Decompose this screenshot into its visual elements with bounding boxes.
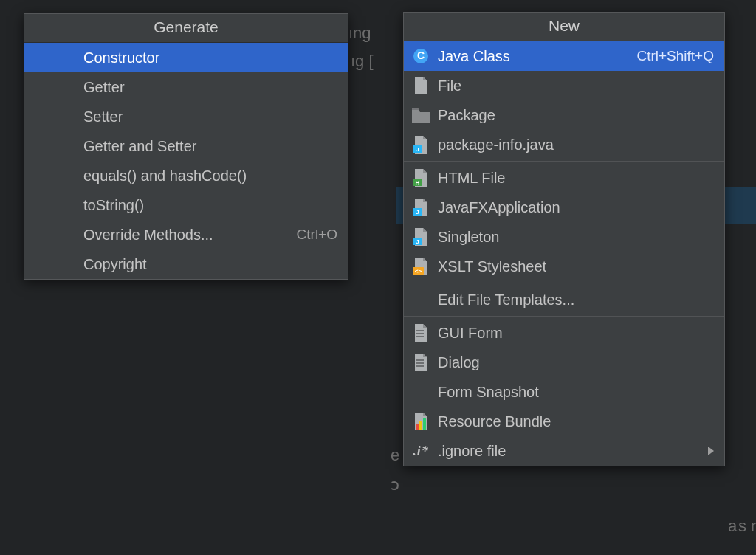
new-item[interactable]: CJava ClassCtrl+Shift+Q xyxy=(404,41,724,71)
new-item[interactable]: .i*.ignore file xyxy=(404,436,724,466)
svg-rect-17 xyxy=(416,365,424,367)
generate-item[interactable]: Getter and Setter xyxy=(24,131,348,161)
new-item[interactable]: GUI Form xyxy=(404,316,724,348)
menu-item-label: Setter xyxy=(83,108,337,125)
menu-item-shortcut: Ctrl+O xyxy=(297,227,337,243)
icon-placeholder xyxy=(411,290,430,309)
menu-item-label: GUI Form xyxy=(438,325,714,342)
menu-item-label: Override Methods... xyxy=(83,227,276,244)
new-item[interactable]: HHTML File xyxy=(404,161,724,193)
svg-text:H: H xyxy=(416,179,420,186)
svg-text:J: J xyxy=(416,238,419,245)
generate-item[interactable]: Setter xyxy=(24,102,348,131)
icon-placeholder xyxy=(32,225,76,244)
file-j-icon: J xyxy=(411,198,430,217)
new-item[interactable]: File xyxy=(404,71,724,100)
svg-text:<>: <> xyxy=(415,268,422,275)
icon-placeholder xyxy=(32,48,76,67)
folder-icon xyxy=(411,106,430,125)
icon-placeholder xyxy=(411,382,430,401)
icon-placeholder xyxy=(32,166,76,185)
new-item[interactable]: <>XSLT Stylesheet xyxy=(404,252,724,281)
menu-item-label: equals() and hashCode() xyxy=(83,168,337,185)
menu-item-label: Package xyxy=(438,107,714,124)
new-item[interactable]: JSingleton xyxy=(404,222,724,252)
file-icon xyxy=(411,76,430,95)
new-item[interactable]: Form Snapshot xyxy=(404,377,724,407)
generate-title: Generate xyxy=(24,14,348,43)
file-j-icon: J xyxy=(411,135,430,154)
new-item[interactable]: Edit File Templates... xyxy=(404,283,724,314)
generate-item[interactable]: equals() and hashCode() xyxy=(24,161,348,190)
svg-rect-18 xyxy=(416,424,419,430)
generate-item[interactable]: Constructor xyxy=(24,43,348,72)
svg-rect-19 xyxy=(419,421,422,430)
menu-item-label: JavaFXApplication xyxy=(438,199,714,216)
menu-item-label: Getter and Setter xyxy=(83,138,337,155)
menu-item-shortcut: Ctrl+Shift+Q xyxy=(636,48,714,64)
svg-text:J: J xyxy=(416,146,419,153)
menu-item-label: package-info.java xyxy=(438,137,714,154)
bg-text: s n xyxy=(738,517,756,536)
menu-item-label: HTML File xyxy=(438,170,714,187)
menu-item-label: Java Class xyxy=(438,48,616,65)
bg-text: e xyxy=(391,446,399,465)
svg-rect-12 xyxy=(416,330,424,331)
bg-text: ɔ xyxy=(391,475,399,494)
menu-item-label: Resource Bundle xyxy=(438,413,714,430)
svg-rect-20 xyxy=(423,418,426,430)
bg-text: ıng xyxy=(348,24,371,43)
bg-text: ıg [ xyxy=(351,52,374,71)
icon-placeholder xyxy=(32,196,76,215)
bundle-icon xyxy=(411,412,430,431)
new-item[interactable]: Resource Bundle xyxy=(404,407,724,436)
menu-item-label: toString() xyxy=(83,197,337,214)
bg-text: a xyxy=(728,517,737,536)
generate-popup: Generate ConstructorGetterSetterGetter a… xyxy=(24,13,348,280)
menu-item-label: Dialog xyxy=(438,354,714,371)
menu-item-label: .ignore file xyxy=(438,443,693,460)
svg-rect-16 xyxy=(416,362,424,364)
new-item[interactable]: Dialog xyxy=(404,348,724,377)
menu-item-label: Singleton xyxy=(438,229,714,246)
new-popup: New CJava ClassCtrl+Shift+QFilePackageJp… xyxy=(403,12,725,466)
file-x-icon: <> xyxy=(411,257,430,276)
svg-text:J: J xyxy=(416,209,419,216)
new-title: New xyxy=(404,13,724,41)
new-item[interactable]: JJavaFXApplication xyxy=(404,193,724,222)
menu-item-label: Edit File Templates... xyxy=(438,292,714,308)
file-g-icon xyxy=(411,323,430,342)
svg-rect-15 xyxy=(416,359,424,361)
svg-rect-14 xyxy=(416,336,424,337)
generate-item[interactable]: Copyright xyxy=(24,249,348,279)
svg-rect-13 xyxy=(416,333,424,334)
icon-placeholder xyxy=(32,255,76,274)
icon-placeholder xyxy=(32,107,76,126)
menu-item-label: File xyxy=(438,77,714,94)
icon-placeholder xyxy=(32,137,76,156)
file-h-icon: H xyxy=(411,168,430,187)
generate-item[interactable]: Override Methods...Ctrl+O xyxy=(24,220,348,249)
file-j-icon: J xyxy=(411,227,430,247)
new-item[interactable]: Package xyxy=(404,100,724,130)
ignore-icon: .i* xyxy=(411,441,430,461)
icon-placeholder xyxy=(32,77,76,97)
menu-item-label: Form Snapshot xyxy=(438,384,714,401)
menu-item-label: Copyright xyxy=(83,256,337,273)
svg-text:C: C xyxy=(417,49,425,61)
new-item[interactable]: Jpackage-info.java xyxy=(404,130,724,159)
menu-item-label: Constructor xyxy=(83,49,337,66)
file-g-icon xyxy=(411,353,430,372)
submenu-caret-icon xyxy=(708,447,714,455)
generate-item[interactable]: toString() xyxy=(24,190,348,220)
menu-item-label: Getter xyxy=(83,79,337,96)
class-c-icon: C xyxy=(411,46,430,66)
generate-item[interactable]: Getter xyxy=(24,72,348,102)
menu-item-label: XSLT Stylesheet xyxy=(438,258,714,275)
